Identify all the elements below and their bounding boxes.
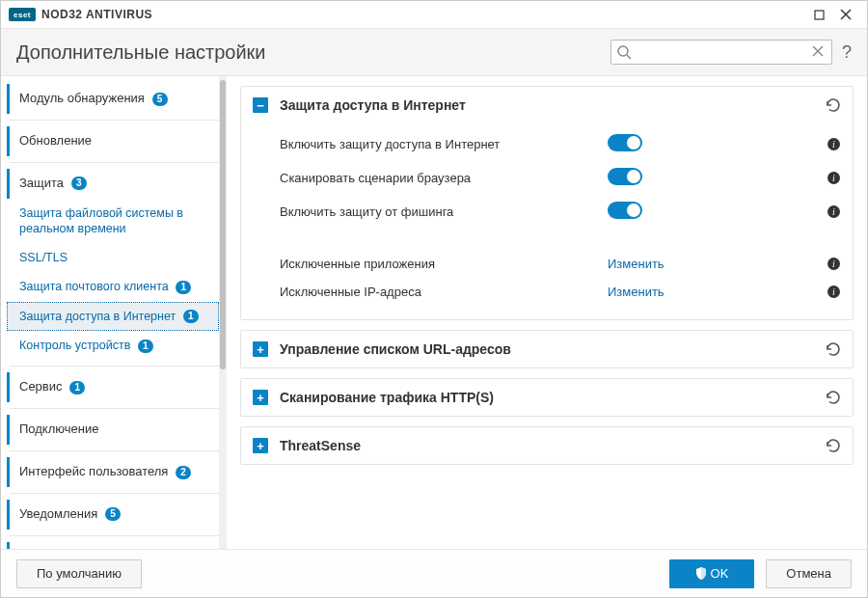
defaults-button[interactable]: По умолчанию [16,559,142,588]
panel-body: Включить защиту доступа в Интернет i Ска… [241,123,853,319]
sidebar-item-device-control[interactable]: Контроль устройств 1 [7,331,219,360]
search-clear-button[interactable] [811,44,827,60]
expand-icon: + [253,341,268,357]
sidebar-item-detection-module[interactable]: Модуль обнаружения 5 [7,84,219,114]
info-button[interactable]: i [827,285,841,299]
toggle-scan-browser-scripts[interactable] [608,168,642,185]
badge: 1 [183,310,199,323]
svg-point-3 [618,46,628,56]
edit-excluded-apps-link[interactable]: Изменить [608,257,665,271]
svg-text:i: i [832,286,835,297]
panel-web-protection: − Защита доступа в Интернет Включить защ… [240,86,854,320]
brand-logo: eset [9,8,36,21]
badge: 5 [105,507,121,521]
cancel-button[interactable]: Отмена [766,559,852,588]
sidebar-separator [10,120,219,121]
panel-title: Управление списком URL-адресов [280,341,824,357]
sidebar-item-label: Подключение [19,421,98,436]
panel-header[interactable]: − Защита доступа в Интернет [241,87,853,123]
badge: 5 [152,93,168,106]
sidebar-item-label: Сервис [19,379,63,394]
panel-http-scan: + Сканирование трафика HTTP(S) [240,378,854,417]
setting-row-excluded-apps: Исключенные приложения Изменить i [280,250,841,278]
shield-icon [695,567,707,580]
toggle-enable-phishing[interactable] [608,202,642,219]
setting-label: Сканировать сценарии браузера [280,171,608,185]
help-button[interactable]: ? [842,42,852,63]
setting-label: Включить защиту от фишинга [280,204,608,219]
scrollbar-thumb[interactable] [220,80,226,369]
panel-title: ThreatSense [280,438,824,453]
edit-excluded-ips-link[interactable]: Изменить [608,285,665,299]
sidebar-item-service[interactable]: Сервис 1 [7,372,219,402]
window-maximize-button[interactable] [805,5,832,24]
content-body: Модуль обнаружения 5 Обновление Защита 3… [1,76,867,549]
undo-icon [824,96,841,114]
sidebar-scrollbar[interactable] [219,76,227,549]
setting-row-scan-browser-scripts: Сканировать сценарии браузера i [280,161,841,195]
info-button[interactable]: i [827,171,841,185]
info-button[interactable]: i [827,137,841,151]
expand-icon: + [253,438,268,453]
sidebar-item-label: Защита [19,176,64,190]
sidebar-item-web-protection[interactable]: Защита доступа в Интернет 1 [7,302,219,331]
sidebar-item-label: Интерфейс пользователя [19,464,168,478]
panel-threatsense: + ThreatSense [240,426,854,465]
collapse-icon: − [253,97,268,113]
undo-icon [824,437,841,454]
ok-button-label: OK [711,566,729,581]
sidebar-item-ssl-tls[interactable]: SSL/TLS [7,243,219,272]
window-close-button[interactable] [832,5,859,24]
app-window: eset NOD32 ANTIVIRUS Дополнительные наст… [0,0,868,598]
sidebar-item-connection[interactable]: Подключение [7,415,219,445]
revert-button[interactable] [824,437,841,454]
sidebar-separator [10,493,219,494]
footer: По умолчанию OK Отмена [1,549,867,597]
panel-header[interactable]: + Сканирование трафика HTTP(S) [241,379,853,416]
sidebar-item-update[interactable]: Обновление [7,126,219,156]
sidebar-item-realtime-fs[interactable]: Защита файловой системы в реальном време… [7,199,219,244]
sidebar-item-label: Контроль устройств [19,339,130,352]
sidebar-item-mail-protection[interactable]: Защита почтового клиента 1 [7,272,219,301]
sidebar-item-label: Защита почтового клиента [19,280,169,293]
sidebar-separator [10,162,219,163]
svg-text:i: i [832,206,835,217]
badge: 3 [71,177,87,190]
sidebar-item-ui[interactable]: Интерфейс пользователя 2 [7,457,219,487]
info-button[interactable]: i [827,204,841,219]
info-icon: i [827,204,841,219]
svg-line-4 [627,55,631,59]
sidebar-item-label: Уведомления [19,506,97,521]
sidebar-item-label: SSL/TLS [19,251,68,264]
badge: 2 [176,466,191,479]
setting-label: Включить защиту доступа в Интернет [280,137,608,151]
page-header: Дополнительные настройки ? [1,28,867,76]
sidebar-item-protection[interactable]: Защита 3 [7,169,219,199]
setting-row-enable-phishing: Включить защиту от фишинга i [280,195,841,229]
search-input[interactable] [610,40,832,65]
sidebar-item-label: Защита файловой системы в реальном време… [19,206,183,235]
toggle-enable-web-protection[interactable] [608,134,642,151]
x-icon [811,44,825,58]
sidebar-item-label: Модуль обнаружения [19,91,145,105]
panel-header[interactable]: + ThreatSense [241,427,853,464]
sidebar-item-notifications[interactable]: Уведомления 5 [7,500,219,530]
sidebar-item-privacy[interactable]: Настройки конфиденциальности [7,542,219,549]
product-name: NOD32 ANTIVIRUS [41,8,152,21]
ok-button[interactable]: OK [669,559,755,588]
revert-button[interactable] [824,389,841,406]
search-wrapper [610,40,832,65]
revert-button[interactable] [824,96,841,114]
info-button[interactable]: i [827,257,841,271]
page-title: Дополнительные настройки [16,41,266,64]
revert-button[interactable] [824,340,841,358]
panel-url-list: + Управление списком URL-адресов [240,330,854,368]
sidebar-separator [10,408,219,409]
panel-header[interactable]: + Управление списком URL-адресов [241,331,853,367]
titlebar: eset NOD32 ANTIVIRUS [1,1,867,28]
undo-icon [824,340,841,358]
close-icon [840,9,852,20]
expand-icon: + [253,390,268,405]
svg-text:i: i [832,173,835,183]
sidebar: Модуль обнаружения 5 Обновление Защита 3… [1,76,219,549]
